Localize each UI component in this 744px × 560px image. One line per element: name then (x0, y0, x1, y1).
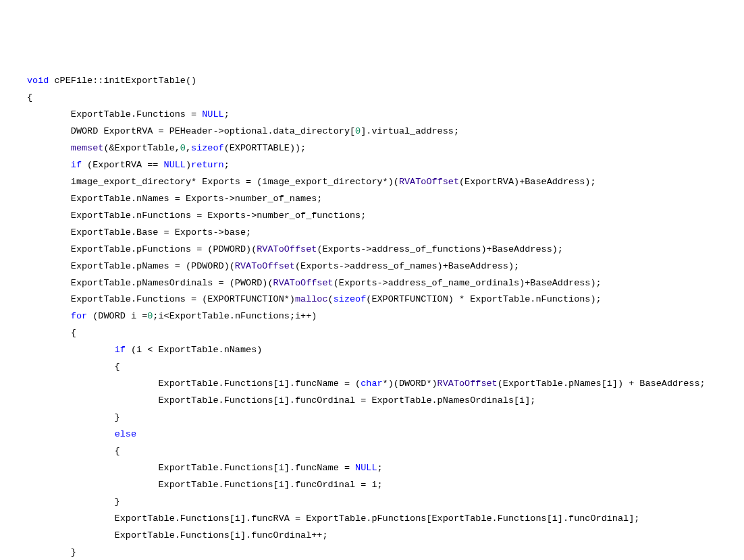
code-token: ExportTable.Functions[i].funcRVA = Expor… (27, 513, 639, 524)
code-token: ExportTable.Base = Exports->base; (27, 227, 251, 237)
code-token: ( (328, 294, 334, 304)
code-token: NULL (202, 109, 223, 119)
code-token: (ExportRVA == (82, 160, 164, 170)
code-token: ExportTable.Functions[i].funcOrdinal++; (27, 530, 328, 540)
code-line: { (27, 359, 744, 376)
code-line: { (27, 443, 744, 460)
code-token: ExportTable.pNamesOrdinals = (PWORD)( (27, 278, 273, 288)
code-line: { (27, 325, 744, 342)
code-token: for (71, 311, 87, 321)
code-token: NULL (164, 160, 186, 170)
code-token: void (27, 76, 49, 86)
code-token: return (191, 160, 224, 170)
code-token: RVAToOffset (235, 261, 295, 271)
code-token: (Exports->address_of_name_ordinals)+Base… (334, 278, 602, 288)
code-token: (i < ExportTable.nNames) (126, 345, 263, 355)
code-token: (Exports->address_of_functions)+BaseAddr… (317, 244, 563, 254)
code-token: sizeof (191, 143, 224, 153)
code-line: ExportTable.nFunctions = Exports->number… (27, 208, 744, 225)
code-token: ExportTable.Functions = (27, 109, 202, 119)
code-line: if (ExportRVA == NULL)return; (27, 157, 744, 174)
code-line: { (27, 90, 744, 107)
code-token: ExportTable.Functions[i].funcOrdinal = i… (27, 480, 383, 490)
code-token: { (27, 362, 120, 372)
code-line: memset(&ExportTable,0,sizeof(EXPORTTABLE… (27, 140, 744, 157)
code-token: RVAToOffset (257, 244, 317, 254)
code-token: ; (224, 160, 230, 170)
code-token: 0 (180, 143, 186, 153)
code-line: DWORD ExportRVA = PEHeader->optional.dat… (27, 123, 744, 140)
code-token: image_export_directory* Exports = (image… (27, 177, 399, 187)
code-token: ; (377, 463, 383, 473)
code-token (27, 345, 115, 355)
code-line: ExportTable.pNamesOrdinals = (PWORD)(RVA… (27, 275, 744, 292)
code-token: 0 (355, 126, 361, 136)
code-token: ; (224, 109, 230, 119)
code-token: else (115, 429, 136, 439)
code-line: if (i < ExportTable.nNames) (27, 342, 744, 359)
code-token: (Exports->address_of_names)+BaseAddress)… (295, 261, 519, 271)
code-token: (EXPORTFUNCTION) * ExportTable.nFunction… (366, 294, 601, 304)
code-token: ExportTable.nFunctions = Exports->number… (27, 211, 366, 221)
code-token: if (115, 345, 126, 355)
code-line: ExportTable.Functions[i].funcName = NULL… (27, 460, 744, 477)
code-token: char (361, 379, 382, 389)
code-token: { (27, 328, 76, 338)
code-token: ExportTable.nNames = Exports->number_of_… (27, 194, 322, 204)
code-block: void cPEFile::initExportTable(){ ExportT… (27, 73, 744, 560)
code-token: ExportTable.Functions = (EXPORTFUNCTION*… (27, 294, 295, 304)
code-token: { (27, 92, 32, 103)
code-token: ExportTable.Functions[i].funcName = ( (27, 379, 361, 389)
code-token: DWORD ExportRVA = PEHeader->optional.dat… (27, 126, 355, 136)
code-token: sizeof (334, 294, 367, 304)
code-line: ExportTable.Functions[i].funcOrdinal++; (27, 528, 744, 544)
code-line: ExportTable.Functions = (EXPORTFUNCTION*… (27, 291, 744, 308)
code-token: cPEFile::initExportTable() (49, 76, 196, 86)
code-line: for (DWORD i =0;i<ExportTable.nFunctions… (27, 308, 744, 325)
code-token: ;i<ExportTable.nFunctions;i++) (153, 311, 317, 321)
code-line: ExportTable.pNames = (PDWORD)(RVAToOffse… (27, 258, 744, 275)
code-token: ExportTable.pNames = (PDWORD)( (27, 261, 235, 271)
code-line: ExportTable.nNames = Exports->number_of_… (27, 191, 744, 208)
code-token (27, 311, 71, 321)
code-line: } (27, 494, 744, 511)
code-token: RVAToOffset (399, 177, 459, 187)
code-token: RVAToOffset (437, 379, 498, 389)
code-token: RVAToOffset (273, 278, 334, 288)
code-token: } (27, 497, 120, 507)
code-token: ExportTable.Functions[i].funcName = (27, 463, 355, 473)
code-token (27, 429, 115, 439)
code-line: image_export_directory* Exports = (image… (27, 174, 744, 191)
code-token (27, 143, 71, 153)
code-line: ExportTable.Functions[i].funcName = (cha… (27, 376, 744, 393)
code-token: } (27, 547, 76, 557)
code-line: ExportTable.Base = Exports->base; (27, 225, 744, 242)
code-token: malloc (295, 294, 328, 304)
code-line: ExportTable.pFunctions = (PDWORD)(RVAToO… (27, 242, 744, 258)
code-token: (ExportRVA)+BaseAddress); (459, 177, 596, 187)
code-token: { (27, 446, 120, 456)
code-line: } (27, 544, 744, 560)
code-token: NULL (355, 463, 377, 473)
code-line: ExportTable.Functions[i].funcOrdinal = E… (27, 393, 744, 410)
code-token: , (186, 143, 191, 153)
code-token: } (27, 412, 120, 422)
code-token: (DWORD i = (87, 311, 147, 321)
code-token: ExportTable.Functions[i].funcOrdinal = E… (27, 395, 535, 405)
code-token: ].virtual_address; (361, 126, 459, 136)
code-line: ExportTable.Functions = NULL; (27, 107, 744, 123)
code-line: void cPEFile::initExportTable() (27, 73, 744, 90)
code-token: (ExportTable.pNames[i]) + BaseAddress; (498, 379, 706, 389)
code-line: else (27, 426, 744, 443)
code-line: } (27, 410, 744, 426)
code-token: (EXPORTTABLE)); (224, 143, 307, 153)
code-line: ExportTable.Functions[i].funcOrdinal = i… (27, 477, 744, 494)
code-token: memset (71, 143, 104, 153)
code-token: (&ExportTable, (103, 143, 180, 153)
code-line: ExportTable.Functions[i].funcRVA = Expor… (27, 511, 744, 528)
code-token: *)(DWORD*) (383, 379, 437, 389)
code-token: ExportTable.pFunctions = (PDWORD)( (27, 244, 257, 254)
code-token: if (71, 160, 82, 170)
code-token: ) (186, 160, 191, 170)
code-token (27, 160, 71, 170)
